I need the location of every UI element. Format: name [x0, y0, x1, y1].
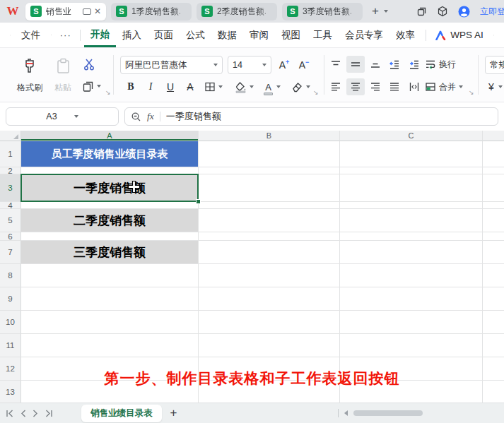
row-header[interactable]: 3 [0, 174, 21, 202]
row-header[interactable]: 1 [0, 141, 21, 167]
align-justify-button[interactable] [385, 78, 404, 95]
close-tab-icon[interactable]: ✕ [94, 6, 101, 16]
cell[interactable] [199, 311, 340, 334]
align-center-button[interactable] [346, 78, 365, 95]
cell[interactable] [21, 287, 199, 311]
menu-home[interactable]: 开始 [84, 23, 116, 47]
number-format-select[interactable]: 常规 [485, 56, 504, 74]
cell[interactable] [21, 202, 199, 209]
borders-button[interactable] [201, 78, 226, 95]
cell[interactable] [483, 141, 504, 167]
more-actions-icon[interactable]: ··· [56, 30, 76, 40]
font-group-expand-icon[interactable]: ↘ [313, 89, 319, 96]
hamburger-menu-icon[interactable] [6, 31, 15, 40]
wps-logo[interactable]: W [0, 4, 25, 18]
menu-file[interactable]: 文件 [15, 23, 47, 47]
login-link[interactable]: 立即登录 [480, 6, 504, 18]
cell[interactable] [340, 202, 483, 209]
save-icon[interactable] [47, 30, 56, 40]
merge-cells-button[interactable]: 合并 [425, 78, 474, 95]
font-name-select[interactable]: 阿里巴巴普惠体 [120, 56, 223, 74]
formula-input[interactable]: fx 一季度销售额 [124, 107, 498, 126]
cell[interactable] [21, 334, 199, 357]
first-sheet-icon[interactable] [6, 410, 14, 417]
clipboard-group-expand-icon[interactable]: ↘ [105, 89, 111, 96]
cell[interactable] [483, 209, 504, 232]
search-icon[interactable] [489, 30, 498, 41]
row-header[interactable]: 11 [0, 334, 21, 357]
column-header-b[interactable]: B [199, 131, 340, 141]
column-header-d[interactable] [483, 131, 504, 141]
cell[interactable] [340, 287, 483, 311]
cell[interactable] [483, 232, 504, 241]
cell[interactable] [483, 311, 504, 334]
row-header[interactable]: 8 [0, 264, 21, 287]
increase-indent-button[interactable] [405, 56, 423, 73]
cell[interactable] [483, 241, 504, 264]
doc-tab[interactable]: S 3季度销售额. [282, 3, 363, 20]
cell[interactable] [199, 141, 340, 167]
cell-a1[interactable]: 员工季度销售业绩目录表 [21, 141, 199, 167]
tab-list-chevron-icon[interactable] [384, 10, 388, 13]
row-header[interactable]: 7 [0, 241, 21, 264]
decrease-indent-button[interactable] [385, 56, 404, 73]
format-painter-button[interactable]: 格式刷 [11, 54, 48, 95]
cell[interactable] [21, 167, 199, 174]
prev-sheet-icon[interactable] [20, 410, 26, 417]
cell[interactable] [340, 334, 483, 357]
cell[interactable] [340, 167, 483, 174]
text-orientation-button[interactable] [405, 78, 423, 95]
doc-tab[interactable]: S 2季度销售额. [197, 3, 277, 20]
scroll-left-icon[interactable] [344, 410, 348, 416]
cell[interactable] [199, 174, 340, 202]
doc-tab-active[interactable]: S 销售业 ✕ [25, 3, 106, 20]
row-header[interactable]: 10 [0, 311, 21, 334]
currency-format-button[interactable]: ¥ [484, 78, 504, 95]
comment-icon[interactable] [83, 8, 91, 15]
paste-button[interactable]: 粘贴 [47, 54, 79, 95]
cell[interactable] [483, 287, 504, 311]
cell[interactable] [199, 167, 340, 174]
cell[interactable] [199, 202, 340, 209]
cell[interactable] [199, 209, 340, 232]
last-sheet-icon[interactable] [45, 410, 53, 417]
cell-a5[interactable]: 二季度销售额 [21, 209, 199, 232]
cell[interactable] [483, 174, 504, 202]
user-avatar-icon[interactable] [458, 6, 470, 18]
window-layout-icon[interactable] [416, 6, 427, 17]
menu-view[interactable]: 视图 [275, 23, 307, 47]
cell[interactable] [340, 209, 483, 232]
decrease-font-button[interactable]: A− [295, 56, 313, 73]
row-header[interactable]: 5 [0, 209, 21, 232]
cell[interactable] [483, 334, 504, 357]
menu-review[interactable]: 审阅 [243, 23, 275, 47]
italic-button[interactable]: I [141, 78, 160, 95]
align-right-button[interactable] [366, 78, 385, 95]
sheet-tab-active[interactable]: 销售业绩目录表 [81, 405, 162, 422]
cell[interactable] [340, 241, 483, 264]
column-header-a[interactable]: A [21, 131, 199, 141]
menu-member[interactable]: 会员专享 [339, 23, 389, 47]
cut-button[interactable] [80, 56, 98, 73]
wps-ai-button[interactable]: WPS AI [430, 30, 489, 40]
cell[interactable] [483, 167, 504, 174]
fx-icon[interactable]: fx [147, 111, 154, 122]
align-bottom-button[interactable] [366, 56, 385, 73]
cell[interactable] [483, 202, 504, 209]
menu-page[interactable]: 页面 [148, 23, 180, 47]
cell[interactable] [199, 287, 340, 311]
align-group-expand-icon[interactable]: ↘ [469, 89, 474, 96]
align-left-button[interactable] [327, 78, 345, 95]
row-header[interactable]: 4 [0, 202, 21, 209]
menu-data[interactable]: 数据 [211, 23, 243, 47]
name-box[interactable]: A3 [6, 107, 119, 126]
cell[interactable] [340, 264, 483, 287]
increase-font-button[interactable]: A+ [275, 56, 293, 73]
menu-tools[interactable]: 工具 [307, 23, 339, 47]
cell[interactable] [340, 232, 483, 241]
cell[interactable] [21, 311, 199, 334]
cell[interactable] [199, 232, 340, 241]
cell[interactable] [483, 264, 504, 287]
cell[interactable] [340, 311, 483, 334]
zoom-out-icon[interactable] [131, 112, 141, 122]
